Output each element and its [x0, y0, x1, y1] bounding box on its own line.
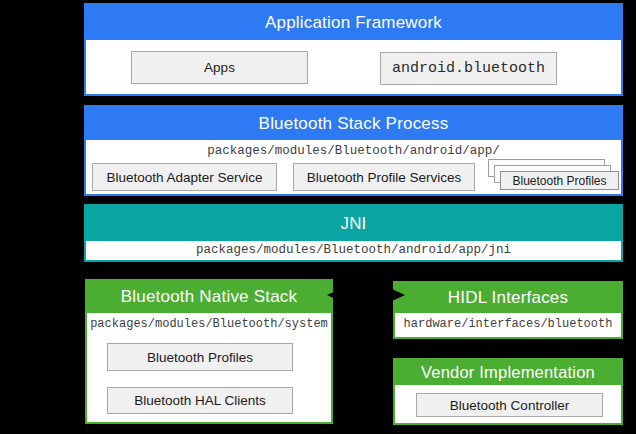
- apps-label: Apps: [204, 60, 235, 75]
- bluetooth-controller-box: Bluetooth Controller: [416, 393, 603, 417]
- stack-process-path: packages/modules/Bluetooth/android/app/: [86, 144, 621, 158]
- android-bluetooth-box: android.bluetooth: [380, 52, 557, 85]
- bluetooth-stack-process-header: Bluetooth Stack Process: [86, 107, 621, 140]
- bluetooth-native-stack-header: Bluetooth Native Stack: [87, 281, 331, 313]
- section-bluetooth-stack-process: Bluetooth Stack Process packages/modules…: [84, 105, 623, 196]
- jni-header: JNI: [86, 206, 621, 241]
- section-bluetooth-native-stack: Bluetooth Native Stack packages/modules/…: [85, 279, 333, 424]
- section-hidl-interfaces: HIDL Interfaces hardware/interfaces/blue…: [393, 281, 623, 339]
- hidl-interfaces-title: HIDL Interfaces: [448, 288, 568, 308]
- application-framework-title: Application Framework: [265, 13, 442, 33]
- bluetooth-profiles-stack-label: Bluetooth Profiles: [512, 174, 606, 188]
- vendor-implementation-title: Vendor Implementation: [421, 363, 595, 382]
- jni-title: JNI: [340, 214, 366, 234]
- application-framework-header: Application Framework: [86, 5, 621, 40]
- section-application-framework: Application Framework Apps android.bluet…: [84, 3, 623, 96]
- bidirectional-arrow-icon: [327, 289, 405, 302]
- jni-path: packages/modules/Bluetooth/android/app/j…: [86, 243, 621, 257]
- android-bluetooth-label: android.bluetooth: [392, 60, 545, 77]
- bluetooth-stack-process-title: Bluetooth Stack Process: [259, 114, 449, 134]
- bluetooth-hal-clients-box: Bluetooth HAL Clients: [107, 387, 293, 414]
- native-stack-path: packages/modules/Bluetooth/system: [87, 317, 331, 331]
- bluetooth-architecture-diagram: Application Framework Apps android.bluet…: [0, 0, 636, 434]
- section-jni: JNI packages/modules/Bluetooth/android/a…: [84, 204, 623, 262]
- vendor-implementation-header: Vendor Implementation: [395, 360, 621, 385]
- bluetooth-controller-label: Bluetooth Controller: [450, 398, 569, 413]
- native-bluetooth-profiles-box: Bluetooth Profiles: [107, 343, 293, 371]
- bluetooth-adapter-service-label: Bluetooth Adapter Service: [106, 170, 262, 185]
- hidl-interfaces-header: HIDL Interfaces: [395, 283, 621, 313]
- bluetooth-profiles-stack-box: Bluetooth Profiles: [500, 171, 619, 190]
- bluetooth-native-stack-title: Bluetooth Native Stack: [121, 287, 297, 307]
- arrow-line: [337, 294, 395, 296]
- bluetooth-hal-clients-label: Bluetooth HAL Clients: [134, 393, 266, 408]
- bluetooth-profile-services-label: Bluetooth Profile Services: [307, 170, 462, 185]
- hidl-path: hardware/interfaces/bluetooth: [395, 317, 621, 331]
- section-vendor-implementation: Vendor Implementation Bluetooth Controll…: [393, 358, 623, 425]
- apps-box: Apps: [131, 51, 308, 84]
- arrowhead-right: [392, 289, 405, 301]
- bluetooth-profile-services-box: Bluetooth Profile Services: [293, 163, 475, 191]
- native-bluetooth-profiles-label: Bluetooth Profiles: [147, 350, 253, 365]
- bluetooth-adapter-service-box: Bluetooth Adapter Service: [92, 163, 277, 191]
